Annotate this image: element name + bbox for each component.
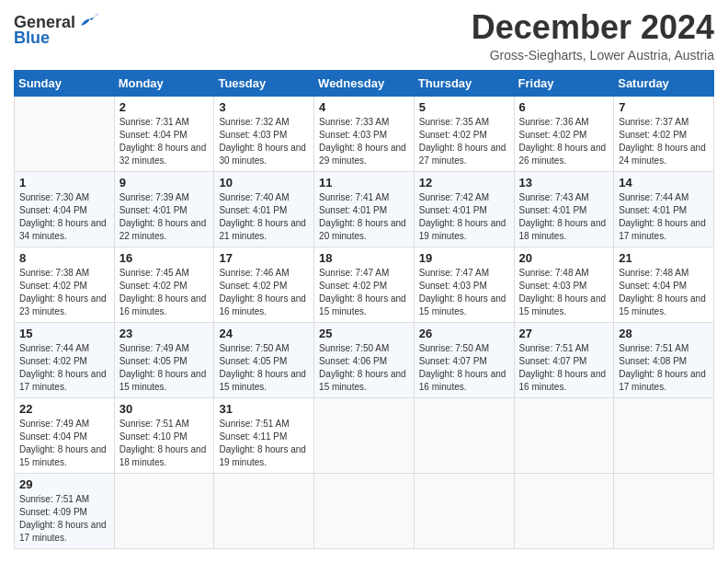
- day-number: 6: [519, 100, 609, 114]
- day-number: 27: [519, 327, 609, 340]
- day-number: 15: [19, 327, 109, 340]
- calendar-cell: 8Sunrise: 7:38 AMSunset: 4:02 PMDaylight…: [15, 247, 115, 322]
- day-info: Sunrise: 7:47 AMSunset: 4:02 PMDaylight:…: [319, 267, 409, 318]
- day-info: Sunrise: 7:39 AMSunset: 4:01 PMDaylight:…: [119, 191, 210, 243]
- calendar-cell: [414, 397, 514, 473]
- day-number: 20: [519, 251, 609, 265]
- day-number: 11: [319, 176, 409, 190]
- calendar-cell: [15, 96, 115, 171]
- day-info: Sunrise: 7:51 AMSunset: 4:10 PMDaylight:…: [119, 418, 210, 469]
- calendar-cell: 12Sunrise: 7:42 AMSunset: 4:01 PMDayligh…: [414, 171, 514, 247]
- calendar-week-4: 15Sunrise: 7:44 AMSunset: 4:02 PMDayligh…: [15, 322, 714, 397]
- day-number: 3: [219, 100, 309, 114]
- day-info: Sunrise: 7:44 AMSunset: 4:01 PMDaylight:…: [619, 191, 709, 243]
- calendar-week-6: 29Sunrise: 7:51 AMSunset: 4:09 PMDayligh…: [15, 473, 714, 548]
- day-info: Sunrise: 7:30 AMSunset: 4:04 PMDaylight:…: [19, 191, 109, 243]
- calendar-header-tuesday: Tuesday: [214, 70, 314, 96]
- day-number: 12: [419, 176, 509, 190]
- day-info: Sunrise: 7:40 AMSunset: 4:01 PMDaylight:…: [219, 191, 309, 243]
- day-number: 2: [119, 100, 210, 114]
- day-number: 4: [319, 100, 409, 114]
- day-number: 18: [319, 251, 409, 265]
- calendar-week-3: 8Sunrise: 7:38 AMSunset: 4:02 PMDaylight…: [15, 247, 714, 322]
- calendar-cell: [614, 397, 714, 473]
- calendar-week-5: 22Sunrise: 7:49 AMSunset: 4:04 PMDayligh…: [15, 397, 714, 473]
- calendar-cell: 11Sunrise: 7:41 AMSunset: 4:01 PMDayligh…: [314, 171, 415, 247]
- calendar-cell: [514, 473, 614, 548]
- month-title: December 2024: [472, 9, 714, 46]
- day-number: 5: [419, 100, 509, 114]
- title-block: December 2024 Gross-Siegharts, Lower Aus…: [472, 9, 714, 63]
- calendar-cell: [314, 473, 415, 548]
- calendar-cell: 31Sunrise: 7:51 AMSunset: 4:11 PMDayligh…: [214, 397, 314, 473]
- day-info: Sunrise: 7:38 AMSunset: 4:02 PMDaylight:…: [19, 267, 109, 318]
- calendar-week-2: 1Sunrise: 7:30 AMSunset: 4:04 PMDaylight…: [15, 171, 714, 247]
- calendar-cell: 18Sunrise: 7:47 AMSunset: 4:02 PMDayligh…: [314, 247, 415, 322]
- calendar-cell: 6Sunrise: 7:36 AMSunset: 4:02 PMDaylight…: [514, 96, 614, 171]
- page-header: General Blue December 2024 Gross-Sieghar…: [14, 9, 714, 63]
- calendar-cell: 26Sunrise: 7:50 AMSunset: 4:07 PMDayligh…: [414, 322, 514, 397]
- day-number: 21: [619, 251, 709, 265]
- calendar-header-sunday: Sunday: [15, 70, 115, 96]
- calendar-header-saturday: Saturday: [614, 70, 714, 96]
- day-number: 24: [219, 327, 309, 340]
- calendar-cell: 15Sunrise: 7:44 AMSunset: 4:02 PMDayligh…: [15, 322, 115, 397]
- day-info: Sunrise: 7:48 AMSunset: 4:04 PMDaylight:…: [619, 267, 709, 318]
- day-info: Sunrise: 7:45 AMSunset: 4:02 PMDaylight:…: [119, 267, 210, 318]
- day-number: 8: [19, 251, 109, 265]
- calendar-cell: 3Sunrise: 7:32 AMSunset: 4:03 PMDaylight…: [214, 96, 314, 171]
- calendar-cell: 9Sunrise: 7:39 AMSunset: 4:01 PMDaylight…: [114, 171, 214, 247]
- day-number: 9: [119, 176, 210, 190]
- day-number: 22: [19, 402, 109, 416]
- calendar-cell: [214, 473, 314, 548]
- day-info: Sunrise: 7:50 AMSunset: 4:05 PMDaylight:…: [219, 342, 309, 394]
- calendar-cell: [114, 473, 214, 548]
- calendar-header-monday: Monday: [114, 70, 214, 96]
- day-number: 13: [519, 176, 609, 190]
- day-info: Sunrise: 7:33 AMSunset: 4:03 PMDaylight:…: [319, 116, 409, 167]
- day-info: Sunrise: 7:51 AMSunset: 4:09 PMDaylight:…: [19, 493, 109, 545]
- calendar-cell: 30Sunrise: 7:51 AMSunset: 4:10 PMDayligh…: [114, 397, 214, 473]
- calendar-cell: 16Sunrise: 7:45 AMSunset: 4:02 PMDayligh…: [114, 247, 214, 322]
- calendar-cell: 22Sunrise: 7:49 AMSunset: 4:04 PMDayligh…: [15, 397, 115, 473]
- calendar-cell: 4Sunrise: 7:33 AMSunset: 4:03 PMDaylight…: [314, 96, 415, 171]
- location-subtitle: Gross-Siegharts, Lower Austria, Austria: [472, 48, 714, 63]
- day-number: 25: [319, 327, 409, 340]
- calendar-cell: 17Sunrise: 7:46 AMSunset: 4:02 PMDayligh…: [214, 247, 314, 322]
- calendar-cell: 27Sunrise: 7:51 AMSunset: 4:07 PMDayligh…: [514, 322, 614, 397]
- calendar-cell: 13Sunrise: 7:43 AMSunset: 4:01 PMDayligh…: [514, 171, 614, 247]
- day-info: Sunrise: 7:51 AMSunset: 4:07 PMDaylight:…: [519, 342, 609, 394]
- day-number: 1: [19, 176, 109, 190]
- day-number: 7: [619, 100, 709, 114]
- calendar-header-wednesday: Wednesday: [314, 70, 415, 96]
- day-info: Sunrise: 7:44 AMSunset: 4:02 PMDaylight:…: [19, 342, 109, 394]
- day-number: 30: [119, 402, 210, 416]
- day-info: Sunrise: 7:37 AMSunset: 4:02 PMDaylight:…: [619, 116, 709, 167]
- day-info: Sunrise: 7:35 AMSunset: 4:02 PMDaylight:…: [419, 116, 509, 167]
- logo-bird-icon: [79, 13, 99, 29]
- day-info: Sunrise: 7:46 AMSunset: 4:02 PMDaylight:…: [219, 267, 309, 318]
- calendar-cell: [414, 473, 514, 548]
- calendar-cell: [314, 397, 415, 473]
- calendar-cell: 2Sunrise: 7:31 AMSunset: 4:04 PMDaylight…: [114, 96, 214, 171]
- day-number: 28: [619, 327, 709, 340]
- day-info: Sunrise: 7:43 AMSunset: 4:01 PMDaylight:…: [519, 191, 609, 243]
- day-info: Sunrise: 7:36 AMSunset: 4:02 PMDaylight:…: [519, 116, 609, 167]
- day-info: Sunrise: 7:48 AMSunset: 4:03 PMDaylight:…: [519, 267, 609, 318]
- calendar-week-1: 2Sunrise: 7:31 AMSunset: 4:04 PMDaylight…: [15, 96, 714, 171]
- day-info: Sunrise: 7:42 AMSunset: 4:01 PMDaylight:…: [419, 191, 509, 243]
- day-info: Sunrise: 7:47 AMSunset: 4:03 PMDaylight:…: [419, 267, 509, 318]
- day-number: 10: [219, 176, 309, 190]
- day-number: 29: [19, 477, 109, 491]
- calendar-cell: 28Sunrise: 7:51 AMSunset: 4:08 PMDayligh…: [614, 322, 714, 397]
- calendar-cell: 29Sunrise: 7:51 AMSunset: 4:09 PMDayligh…: [15, 473, 115, 548]
- calendar-table: SundayMondayTuesdayWednesdayThursdayFrid…: [14, 70, 714, 549]
- day-info: Sunrise: 7:49 AMSunset: 4:05 PMDaylight:…: [119, 342, 210, 394]
- calendar-cell: 21Sunrise: 7:48 AMSunset: 4:04 PMDayligh…: [614, 247, 714, 322]
- calendar-cell: 19Sunrise: 7:47 AMSunset: 4:03 PMDayligh…: [414, 247, 514, 322]
- calendar-cell: 10Sunrise: 7:40 AMSunset: 4:01 PMDayligh…: [214, 171, 314, 247]
- day-info: Sunrise: 7:50 AMSunset: 4:07 PMDaylight:…: [419, 342, 509, 394]
- day-info: Sunrise: 7:49 AMSunset: 4:04 PMDaylight:…: [19, 418, 109, 469]
- day-info: Sunrise: 7:41 AMSunset: 4:01 PMDaylight:…: [319, 191, 409, 243]
- calendar-cell: 23Sunrise: 7:49 AMSunset: 4:05 PMDayligh…: [114, 322, 214, 397]
